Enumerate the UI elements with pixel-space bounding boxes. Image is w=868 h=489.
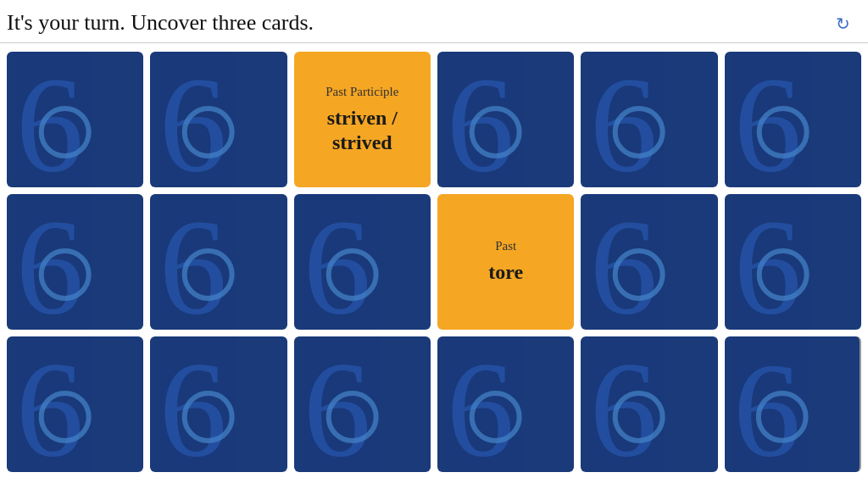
card-0-3[interactable]: 6 xyxy=(437,52,574,187)
card-deco: 6 xyxy=(437,52,574,187)
svg-text:6: 6 xyxy=(159,336,227,472)
card-value-tore: tore xyxy=(488,260,523,285)
svg-text:6: 6 xyxy=(303,336,370,472)
card-deco: 6 xyxy=(150,194,287,330)
card-deco: 6 xyxy=(725,194,861,330)
card-0-5[interactable]: 6 xyxy=(725,52,861,187)
card-value-striven-strived: striven / strived xyxy=(303,106,422,155)
card-deco: 6 xyxy=(725,336,860,472)
card-deco: 6 xyxy=(7,52,143,187)
svg-text:6: 6 xyxy=(733,336,801,472)
card-1-2[interactable]: 6 xyxy=(294,194,431,330)
card-1-4[interactable]: 6 xyxy=(581,194,717,330)
card-deco: 6 xyxy=(294,194,431,330)
card-deco: 6 xyxy=(581,336,717,472)
card-label-past: Past xyxy=(495,239,516,253)
card-1-5[interactable]: 6 xyxy=(725,194,861,330)
card-deco: 6 xyxy=(7,194,143,330)
svg-text:6: 6 xyxy=(447,336,515,472)
card-1-3[interactable]: Past tore xyxy=(437,194,574,330)
card-content-past-participle: Past Participle striven / strived xyxy=(294,76,431,164)
svg-text:6: 6 xyxy=(590,194,658,330)
card-deco: 6 xyxy=(581,52,717,187)
card-0-0[interactable]: 6 xyxy=(7,52,143,187)
svg-text:6: 6 xyxy=(733,52,801,187)
card-deco: 6 xyxy=(7,336,143,472)
svg-text:6: 6 xyxy=(16,194,84,330)
svg-text:6: 6 xyxy=(733,194,801,330)
card-deco: 6 xyxy=(294,336,431,472)
card-deco: 6 xyxy=(150,336,287,472)
card-deco: 6 xyxy=(725,52,861,187)
svg-text:6: 6 xyxy=(590,52,658,187)
card-content-past: Past tore xyxy=(480,231,531,293)
svg-text:6: 6 xyxy=(16,52,84,187)
svg-text:6: 6 xyxy=(590,336,658,472)
card-1-1[interactable]: 6 xyxy=(150,194,287,330)
card-0-1[interactable]: 6 xyxy=(150,52,287,187)
card-2-3[interactable]: 6 xyxy=(437,336,574,472)
card-grid: 6 6 Past Participle striven / strived 6 xyxy=(0,43,868,481)
page-header: It's your turn. Uncover three cards. ↻ xyxy=(0,0,868,43)
card-1-0[interactable]: 6 xyxy=(7,194,143,330)
card-label-past-participle: Past Participle xyxy=(326,85,398,99)
card-2-2[interactable]: 6 xyxy=(294,336,431,472)
card-0-2[interactable]: Past Participle striven / strived xyxy=(294,52,431,187)
card-2-5[interactable]: 6 xyxy=(725,336,861,472)
card-2-0[interactable]: 6 xyxy=(7,336,143,472)
svg-text:6: 6 xyxy=(16,336,84,472)
card-deco: 6 xyxy=(150,52,287,187)
svg-text:6: 6 xyxy=(159,194,227,330)
page-title: It's your turn. Uncover three cards. xyxy=(7,10,314,36)
card-deco: 6 xyxy=(437,336,574,472)
card-2-4[interactable]: 6 xyxy=(581,336,717,472)
reload-icon[interactable]: ↻ xyxy=(836,14,854,32)
svg-text:6: 6 xyxy=(159,52,227,187)
svg-text:6: 6 xyxy=(447,52,515,187)
card-0-4[interactable]: 6 xyxy=(581,52,717,187)
card-deco: 6 xyxy=(581,194,717,330)
svg-text:6: 6 xyxy=(303,194,370,330)
card-2-1[interactable]: 6 xyxy=(150,336,287,472)
